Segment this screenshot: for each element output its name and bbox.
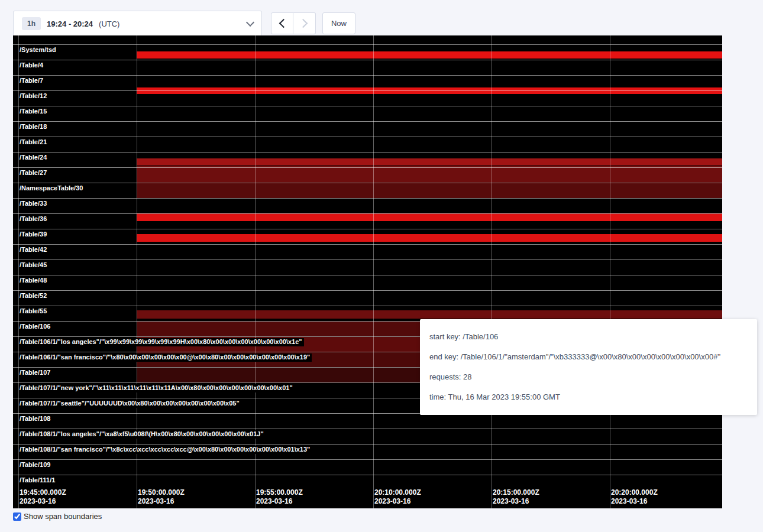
tooltip-start-key: start key: /Table/106 (429, 331, 748, 343)
next-window-button (293, 12, 316, 34)
x-axis-label: 20:15:00.000Z2023-03-16 (493, 488, 539, 506)
row-label: /Table/107/1/"seattle"/"UUUUUUD\x00\x80\… (20, 400, 241, 408)
time-gridline (18, 35, 19, 508)
show-span-boundaries: Show span boundaries (13, 512, 102, 521)
row-label: /System/tsd (20, 46, 58, 54)
tooltip-requests: requests: 28 (429, 371, 748, 383)
span-boundary-line (13, 275, 722, 275)
row-label: /Table/107/1/"new york"/"\x11\x11\x11\x1… (20, 384, 295, 392)
time-range-label: 19:24 - 20:24 (47, 20, 93, 28)
span-boundary-line (13, 75, 722, 76)
time-gridline (492, 35, 492, 508)
row-label: /Table/24 (20, 154, 49, 162)
span-boundary-line (13, 60, 722, 60)
heat-band[interactable] (137, 310, 722, 319)
show-span-boundaries-checkbox[interactable] (13, 512, 21, 521)
row-label: /Table/107 (20, 369, 52, 377)
time-range-selector[interactable]: 1h 19:24 - 20:24 (UTC) (13, 11, 262, 37)
row-label: /Table/109 (20, 461, 52, 469)
span-boundary-line (13, 244, 722, 245)
heat-band[interactable] (137, 51, 722, 59)
x-axis-label: 19:50:00.000Z2023-03-16 (138, 488, 185, 506)
now-button[interactable]: Now (322, 12, 355, 34)
x-axis-label: 19:45:00.000Z2023-03-16 (20, 488, 66, 506)
span-boundary-line (13, 229, 722, 229)
span-boundary-line (13, 213, 722, 214)
row-label: /Table/55 (20, 307, 49, 316)
span-boundary-line (13, 444, 722, 445)
row-label: /Table/106/1/"los angeles"/"\x99\x99\x99… (20, 338, 304, 346)
row-label: /Table/106 (20, 323, 52, 331)
row-label: /Table/4 (20, 61, 45, 70)
span-boundary-line (13, 259, 722, 260)
key-visualizer-canvas[interactable]: /System/tsd/Table/4/Table/7/Table/12/Tab… (13, 35, 722, 508)
span-boundary-line (13, 44, 722, 45)
row-label: /Table/48 (20, 277, 49, 285)
span-boundary-line (13, 137, 722, 137)
time-gridline (373, 35, 374, 508)
tooltip: start key: /Table/106 end key: /Table/10… (420, 319, 757, 415)
row-label: /Table/27 (20, 169, 49, 177)
tooltip-time: time: Thu, 16 Mar 2023 19:55:00 GMT (429, 391, 748, 403)
row-label: /Table/108 (20, 415, 52, 423)
row-label: /Table/52 (20, 292, 49, 300)
heat-band[interactable] (137, 234, 722, 242)
show-span-boundaries-label: Show span boundaries (24, 512, 102, 521)
heat-band[interactable] (137, 182, 722, 198)
timezone-label: (UTC) (99, 20, 119, 28)
row-label: /Table/111/1 (20, 476, 57, 485)
tooltip-end-key: end key: /Table/106/1/"amsterdam"/"\xb33… (429, 351, 748, 363)
x-axis-label: 20:10:00.000Z2023-03-16 (374, 488, 421, 506)
span-boundary-line (13, 429, 722, 429)
span-boundary-line (13, 459, 722, 460)
row-label: /Table/18 (20, 123, 49, 131)
heat-band[interactable] (137, 213, 722, 221)
row-label: /Table/36 (20, 215, 49, 223)
time-window-chip: 1h (22, 17, 41, 30)
span-boundary-line (13, 475, 722, 475)
row-label: /Table/42 (20, 246, 49, 254)
row-label: /NamespaceTable/30 (20, 184, 85, 193)
time-nav-group (271, 12, 316, 34)
span-boundary-line (13, 167, 722, 168)
chevron-right-icon (299, 19, 308, 28)
chevron-down-icon (246, 18, 254, 27)
span-boundary-line (13, 290, 722, 291)
x-axis-label: 20:20:00.000Z2023-03-16 (611, 488, 658, 506)
span-boundary-line (13, 152, 722, 153)
span-boundary-line (13, 198, 722, 199)
previous-window-button[interactable] (271, 12, 293, 34)
span-boundary-line (13, 306, 722, 306)
row-label: /Table/108/1/"san francisco"/"\x8c\xcc\x… (20, 446, 312, 454)
row-label: /Table/108/1/"los angeles"/"\xa8\xf5\u00… (20, 430, 266, 439)
heat-band[interactable] (137, 158, 722, 166)
span-boundary-line (13, 183, 722, 183)
heat-band[interactable] (137, 166, 722, 182)
row-label: /Table/45 (20, 261, 49, 270)
row-label: /Table/39 (20, 231, 49, 239)
row-label: /Table/106/1/"san francisco"/"\x80\x00\x… (20, 353, 312, 362)
row-label: /Table/15 (20, 108, 49, 116)
span-boundary-line (13, 121, 722, 122)
span-boundary-line (13, 90, 722, 91)
row-label: /Table/12 (20, 92, 49, 100)
row-label: /Table/33 (20, 200, 49, 208)
time-gridline (610, 35, 610, 508)
x-axis-label: 19:55:00.000Z2023-03-16 (256, 488, 303, 506)
span-boundary-line (13, 106, 722, 106)
row-label: /Table/7 (20, 77, 45, 85)
chevron-left-icon (279, 19, 288, 28)
row-label: /Table/21 (20, 138, 49, 147)
